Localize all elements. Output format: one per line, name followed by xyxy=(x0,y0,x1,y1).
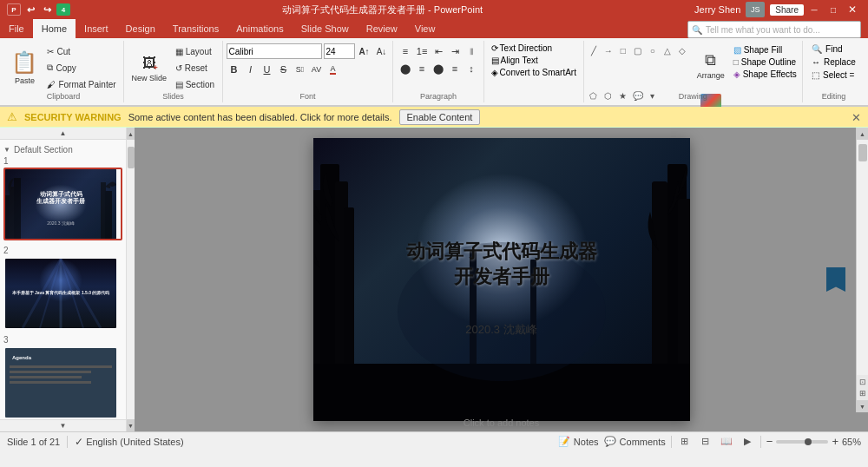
shape-rect[interactable]: □ xyxy=(616,44,630,56)
slide-2-thumb[interactable]: 本手册基于 Java 算育代码生成框架 1.5.0 的源代码 xyxy=(3,257,122,330)
copy-button[interactable]: ⧉ Copy xyxy=(43,60,119,76)
shape-effects-btn[interactable]: ◈ Shape Effects xyxy=(731,69,799,80)
normal-view-button[interactable]: ⊞ xyxy=(677,435,693,449)
italic-button[interactable]: I xyxy=(243,62,259,77)
align-center-btn[interactable]: ≡ xyxy=(414,61,430,76)
search-icon: 🔍 xyxy=(692,25,702,35)
sv-scroll-down[interactable]: ▼ xyxy=(857,400,868,412)
sv-zoom-icon[interactable]: ⊞ xyxy=(859,389,866,398)
shape-fill-btn[interactable]: ▧ Shape Fill xyxy=(731,44,799,56)
slide-2-number: 2 xyxy=(3,246,122,255)
numbering-button[interactable]: 1≡ xyxy=(414,43,430,59)
find-button[interactable]: 🔍 Find xyxy=(807,43,860,55)
line-spacing-btn[interactable]: ↕ xyxy=(464,61,479,76)
align-text-btn[interactable]: ▤ Align Text xyxy=(489,55,579,66)
decrease-indent-btn[interactable]: ⇤ xyxy=(431,43,446,59)
slideshow-button[interactable]: ▶ xyxy=(740,435,755,449)
tab-review[interactable]: Review xyxy=(358,19,406,38)
slide-2-wrapper: 2 xyxy=(3,246,122,330)
tab-design[interactable]: Design xyxy=(117,19,164,38)
arrange-button[interactable]: ⧉ Arrange xyxy=(694,43,727,88)
slide-subtitle[interactable]: 2020.3 沈戴峰 xyxy=(465,322,536,338)
layout-button[interactable]: ▦ Layout xyxy=(172,43,218,59)
shape-line[interactable]: ╱ xyxy=(587,44,601,56)
decrease-font-btn[interactable]: A↓ xyxy=(374,43,390,59)
paste-button[interactable]: 📋 Paste xyxy=(7,43,42,91)
justify-btn[interactable]: ≡ xyxy=(447,61,463,76)
bullets-button[interactable]: ≡ xyxy=(398,43,413,59)
tab-view[interactable]: View xyxy=(406,19,444,38)
zoom-level[interactable]: 65% xyxy=(842,437,861,447)
align-right-btn[interactable]: ⬤ xyxy=(431,61,446,76)
shape-diamond[interactable]: ◇ xyxy=(675,44,689,56)
status-right: 📝 Notes 💬 Comments ⊞ ⊟ 📖 ▶ − + 65% xyxy=(558,435,861,449)
tab-file[interactable]: File xyxy=(0,19,33,38)
notes-label[interactable]: Notes xyxy=(574,437,599,447)
slide-3-canvas: Agenda xyxy=(5,348,116,418)
tab-animations[interactable]: Animations xyxy=(227,19,292,38)
close-security-bar-button[interactable]: ✕ xyxy=(852,110,861,123)
cut-button[interactable]: ✂ Cut xyxy=(43,43,119,59)
zoom-minus-button[interactable]: − xyxy=(766,435,773,448)
sv-fit-icon[interactable]: ⊡ xyxy=(859,378,866,386)
editing-controls: 🔍 Find ↔ Replace ⬚ Select = xyxy=(807,41,860,81)
format-painter-button[interactable]: 🖌 Format Painter xyxy=(43,76,119,92)
shape-triangle[interactable]: △ xyxy=(661,44,674,56)
undo-icon[interactable]: ↩ xyxy=(23,3,37,16)
char-spacing-button[interactable]: AV xyxy=(309,62,325,77)
comments-label[interactable]: Comments xyxy=(620,437,666,447)
shape-outline-btn[interactable]: □ Shape Outline xyxy=(731,56,799,68)
shape-arrow[interactable]: → xyxy=(602,44,615,56)
reading-view-button[interactable]: 📖 xyxy=(719,435,734,449)
zoom-plus-button[interactable]: + xyxy=(832,435,838,448)
text-shadow-button[interactable]: S⃝ xyxy=(293,62,308,77)
ribbon-search-box[interactable]: 🔍 Tell me what you want to do... xyxy=(687,21,861,38)
bold-button[interactable]: B xyxy=(227,62,242,77)
slide-1-thumb[interactable]: 动词算子式代码生成器开发者手册 2020.3 沈戴峰 xyxy=(3,168,122,240)
editing-group: 🔍 Find ↔ Replace ⬚ Select = Editing xyxy=(803,41,865,102)
increase-font-btn[interactable]: A↑ xyxy=(357,43,372,59)
slide-title[interactable]: 动词算子式代码生成器开发者手册 xyxy=(406,240,597,289)
underline-button[interactable]: U xyxy=(260,62,275,77)
tab-insert[interactable]: Insert xyxy=(76,19,117,38)
reset-button[interactable]: ↺ Reset xyxy=(172,60,218,76)
sv-scroll-thumb[interactable] xyxy=(858,144,867,161)
tab-home[interactable]: Home xyxy=(33,19,76,38)
sv-scroll-up[interactable]: ▲ xyxy=(857,128,868,140)
shape-rounded-rect[interactable]: ▢ xyxy=(631,44,645,56)
slide-1-subtitle: 2020.3 沈戴峰 xyxy=(5,220,116,226)
panel-scroll-thumb[interactable] xyxy=(128,147,135,168)
font-name-input[interactable] xyxy=(227,43,322,59)
panel-scroll-down[interactable]: ▼ xyxy=(0,419,126,431)
tab-slideshow[interactable]: Slide Show xyxy=(293,19,358,38)
align-left-btn[interactable]: ⬤ xyxy=(398,61,413,76)
convert-smartart-btn[interactable]: ◈ Convert to SmartArt xyxy=(489,67,579,78)
restore-button[interactable]: □ xyxy=(825,3,842,16)
tab-transitions[interactable]: Transitions xyxy=(164,19,227,38)
font-color-btn[interactable]: A xyxy=(326,62,341,77)
click-to-add-notes[interactable]: Click to add notes xyxy=(464,418,539,428)
close-button[interactable]: ✕ xyxy=(844,3,861,16)
enable-content-button[interactable]: Enable Content xyxy=(399,109,481,125)
user-avatar[interactable]: JS xyxy=(746,2,765,17)
panel-scroll-up[interactable]: ▲ xyxy=(0,128,126,140)
replace-button[interactable]: ↔ Replace xyxy=(807,56,860,68)
select-button[interactable]: ⬚ Select = xyxy=(807,69,860,81)
increase-indent-btn[interactable]: ⇥ xyxy=(447,43,463,59)
strikethrough-button[interactable]: S xyxy=(276,62,292,77)
minimize-button[interactable]: ─ xyxy=(806,3,823,16)
columns-btn[interactable]: ⦀ xyxy=(464,43,479,59)
shape-oval[interactable]: ○ xyxy=(646,44,660,56)
text-direction-btn[interactable]: ⟳ Text Direction xyxy=(489,43,579,54)
bookmark-button[interactable] xyxy=(826,267,845,292)
section-button[interactable]: ▤ Section xyxy=(172,76,218,92)
font-size-input[interactable] xyxy=(324,43,355,59)
share-label[interactable]: Share xyxy=(770,4,804,16)
zoom-slider[interactable] xyxy=(776,440,828,444)
panel-scroll-down-arrow[interactable]: ▼ xyxy=(127,419,135,431)
redo-icon[interactable]: ↪ xyxy=(40,3,54,16)
slide-sorter-button[interactable]: ⊟ xyxy=(698,435,713,449)
new-slide-button[interactable]: 🖼 + New Slide xyxy=(128,43,170,91)
panel-scroll-up-arrow[interactable]: ▲ xyxy=(127,128,135,140)
slide-3-thumb[interactable]: Agenda xyxy=(3,346,122,419)
